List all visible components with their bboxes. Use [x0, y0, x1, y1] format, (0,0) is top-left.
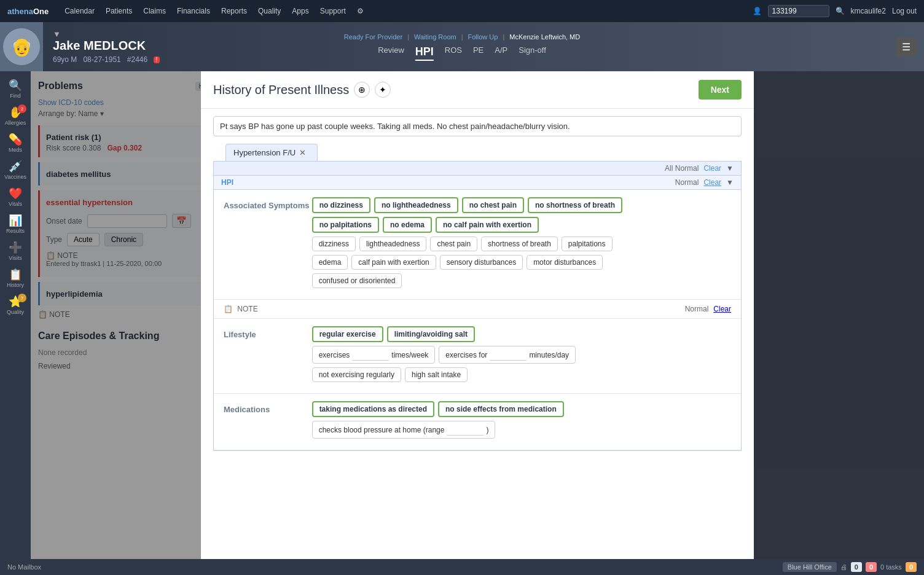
header-links: Ready For Provider | Waiting Room | Foll…: [344, 33, 580, 41]
expand-icon[interactable]: ▼: [53, 29, 61, 39]
sidebar-item-meds[interactable]: 💊 Meds: [3, 130, 28, 155]
note-normal-label: Normal: [685, 305, 709, 313]
ready-for-provider-link[interactable]: Ready For Provider: [344, 33, 402, 41]
header-center: Ready For Provider | Waiting Room | Foll…: [344, 33, 580, 61]
sidebar-item-history[interactable]: 📋 History: [3, 265, 28, 290]
tab-signoff[interactable]: Sign-off: [519, 44, 546, 61]
hamburger-button[interactable]: ☰: [896, 37, 917, 57]
nav-quality[interactable]: Quality: [258, 7, 281, 15]
warning-icon: !: [154, 57, 160, 63]
tag-bp-range: checks blood pressure at home (range ): [312, 421, 496, 439]
tag-no-lightheadedness[interactable]: no lightheadedness: [374, 197, 458, 213]
tag-no-chest-pain[interactable]: no chest pain: [462, 197, 524, 213]
tag-confused[interactable]: confused or disoriented: [312, 273, 402, 288]
tag-edema[interactable]: edema: [312, 255, 348, 270]
tab-hpi[interactable]: HPI: [415, 44, 434, 61]
hypertension-tab[interactable]: Hypertension F/U ✕: [225, 144, 318, 161]
diag-tab-label: Hypertension F/U: [233, 148, 296, 157]
tag-sensory-disturbances[interactable]: sensory disturbances: [440, 255, 523, 270]
tab-review[interactable]: Review: [378, 44, 404, 61]
patient-avatar: 👴: [0, 22, 43, 71]
sidebar-item-find[interactable]: 🔍 Find: [3, 76, 28, 101]
hpi-title-text: History of Present Illness: [213, 83, 349, 97]
follow-up-link[interactable]: Follow Up: [468, 33, 498, 41]
hpi-note-input[interactable]: [213, 116, 742, 136]
tag-palpitations[interactable]: palpitations: [562, 237, 613, 251]
brand-logo: athenaOne: [7, 7, 49, 16]
nav-patients[interactable]: Patients: [106, 7, 132, 15]
times-week-input[interactable]: [352, 349, 389, 361]
tab-ros[interactable]: ROS: [445, 44, 462, 61]
nav-support[interactable]: Support: [320, 7, 346, 15]
times-week-suffix: times/week: [391, 351, 428, 359]
tag-lightheadedness[interactable]: lightheadedness: [359, 237, 426, 251]
sidebar-item-visits[interactable]: ➕ Visits: [3, 238, 28, 263]
tag-no-edema[interactable]: no edema: [383, 217, 432, 233]
visits-label: Visits: [9, 255, 22, 261]
tag-regular-exercise[interactable]: regular exercise: [312, 326, 383, 342]
tag-exercises-times: exercises times/week: [312, 346, 436, 364]
nav-claims[interactable]: Claims: [143, 7, 166, 15]
header-right: ☰: [896, 37, 924, 57]
diag-tab-close-icon[interactable]: ✕: [299, 148, 306, 157]
sidebar-item-results[interactable]: 📊 Results: [3, 211, 28, 236]
tag-not-exercising[interactable]: not exercising regularly: [312, 367, 401, 382]
nav-apps[interactable]: Apps: [292, 7, 308, 15]
search-icon[interactable]: 🔍: [836, 7, 845, 15]
tag-taking-meds[interactable]: taking medications as directed: [312, 401, 434, 417]
nav-calendar[interactable]: Calendar: [65, 7, 95, 15]
sidebar-item-vitals[interactable]: ❤️ Vitals: [3, 184, 28, 209]
vitals-icon: ❤️: [9, 187, 22, 200]
medications-selected-row: taking medications as directed no side e…: [312, 401, 721, 417]
hpi-clear-link[interactable]: Clear: [703, 178, 721, 187]
user-icon: 👤: [753, 7, 762, 15]
printer-icon[interactable]: 🖨: [840, 563, 847, 571]
logout-link[interactable]: Log out: [892, 7, 917, 15]
bp-range-prefix: checks blood pressure at home (range: [319, 426, 445, 434]
tag-shortness-of-breath[interactable]: shortness of breath: [481, 237, 558, 251]
tag-dizziness[interactable]: dizziness: [312, 237, 356, 251]
next-button[interactable]: Next: [699, 80, 742, 100]
sidebar-item-vaccines[interactable]: 💉 Vaccines: [3, 157, 28, 182]
sidebar-item-allergies[interactable]: ✋ 2 Allergies: [3, 103, 28, 128]
nav-financials[interactable]: Financials: [177, 7, 210, 15]
patient-search-input[interactable]: [768, 5, 829, 17]
tag-no-calf-pain[interactable]: no calf pain with exertion: [436, 217, 539, 233]
quality-label: Quality: [7, 309, 24, 315]
all-normal-clear-link[interactable]: Clear: [703, 164, 721, 173]
status-right: Blue Hill Office 🖨 0 0 0 tasks 0: [783, 562, 917, 572]
tag-no-shortness-of-breath[interactable]: no shortness of breath: [528, 197, 622, 213]
modal-overlay: History of Present Illness ⊕ ✦ Next Hype…: [31, 71, 924, 559]
minutes-day-suffix: minutes/day: [529, 351, 569, 359]
status-count2: 0: [866, 562, 877, 572]
sidebar-item-quality[interactable]: ⭐ 7 Quality: [3, 292, 28, 317]
vaccines-label: Vaccines: [4, 174, 26, 180]
tab-pe[interactable]: PE: [473, 44, 484, 61]
hpi-add-button[interactable]: ⊕: [354, 82, 370, 98]
bp-range-input[interactable]: [447, 424, 484, 436]
tag-motor-disturbances[interactable]: motor disturbances: [527, 255, 603, 270]
lifestyle-inline-row: exercises times/week exercises for minut…: [312, 346, 721, 364]
tag-no-palpitations[interactable]: no palpitations: [312, 217, 379, 233]
hpi-sub-dropdown-icon[interactable]: ▼: [726, 178, 734, 187]
tag-chest-pain[interactable]: chest pain: [430, 237, 477, 251]
tag-no-dizziness[interactable]: no dizziness: [312, 197, 370, 213]
tag-calf-pain[interactable]: calf pain with exertion: [351, 255, 436, 270]
nav-reports[interactable]: Reports: [221, 7, 247, 15]
patient-details: 69yo M 08-27-1951 #2446 !: [53, 55, 160, 64]
tag-no-side-effects[interactable]: no side effects from medication: [438, 401, 564, 417]
note-clear-link[interactable]: Clear: [713, 305, 731, 313]
history-label: History: [7, 282, 24, 288]
unselected-symptoms-row3: confused or disoriented: [312, 273, 721, 288]
tag-high-salt[interactable]: high salt intake: [405, 367, 468, 382]
note-row-label: NOTE: [237, 305, 257, 313]
settings-icon[interactable]: ⚙: [357, 7, 364, 15]
minutes-day-input[interactable]: [490, 349, 527, 361]
tag-limiting-salt[interactable]: limiting/avoiding salt: [387, 326, 475, 342]
associated-symptoms-section: Associated Symptoms no dizziness no ligh…: [214, 190, 741, 300]
allergies-badge: 2: [18, 104, 26, 113]
hpi-star-button[interactable]: ✦: [375, 82, 391, 98]
all-normal-dropdown-icon[interactable]: ▼: [726, 164, 734, 173]
waiting-room-link[interactable]: Waiting Room: [414, 33, 456, 41]
tab-ap[interactable]: A/P: [495, 44, 507, 61]
